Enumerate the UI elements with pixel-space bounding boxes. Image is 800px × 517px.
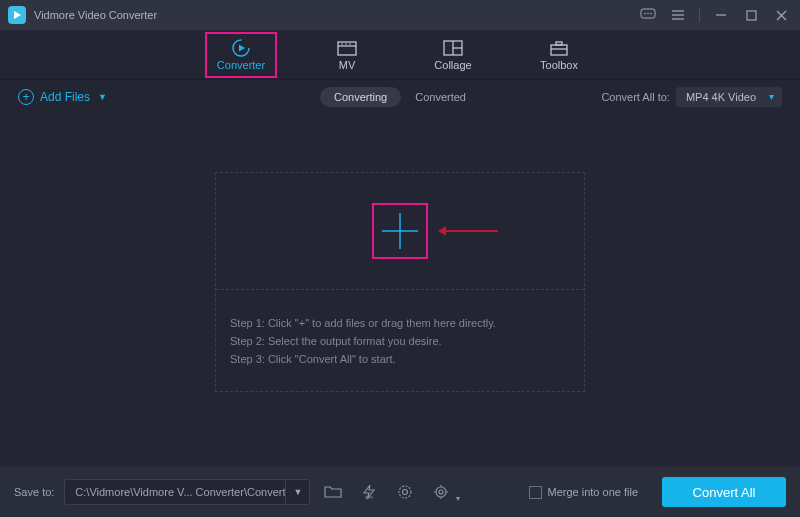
merge-label: Merge into one file — [548, 486, 639, 498]
svg-point-4 — [650, 13, 652, 15]
tab-label: Collage — [434, 59, 471, 71]
footer-bar: Save to: C:\Vidmore\Vidmore V... Convert… — [0, 467, 800, 517]
title-bar: Vidmore Video Converter — [0, 0, 800, 30]
tab-label: Toolbox — [540, 59, 578, 71]
svg-point-32 — [439, 490, 443, 494]
collage-icon — [442, 38, 464, 58]
tab-toolbox[interactable]: Toolbox — [529, 38, 589, 71]
drop-zone[interactable]: Step 1: Click "+" to add files or drag t… — [215, 172, 585, 392]
open-folder-icon[interactable] — [320, 479, 346, 505]
close-icon[interactable] — [770, 4, 792, 26]
svg-point-3 — [647, 13, 649, 15]
merge-checkbox[interactable]: Merge into one file — [529, 486, 639, 499]
segment-converting[interactable]: Converting — [320, 87, 401, 107]
tab-label: Converter — [217, 59, 265, 71]
annotation-box — [372, 203, 428, 259]
step-text: Step 2: Select the output format you des… — [230, 335, 570, 347]
chevron-down-icon[interactable]: ▼ — [285, 480, 309, 504]
high-speed-icon[interactable] — [392, 479, 418, 505]
tab-label: MV — [339, 59, 356, 71]
checkbox-icon — [529, 486, 542, 499]
svg-point-30 — [403, 490, 408, 495]
svg-point-31 — [436, 487, 446, 497]
tab-converter[interactable]: Converter — [211, 38, 271, 71]
converter-icon — [230, 38, 252, 58]
chevron-down-icon: ▼ — [98, 92, 107, 102]
sub-toolbar: + Add Files ▼ Converting Converted Conve… — [0, 80, 800, 114]
drop-zone-top[interactable] — [216, 173, 584, 290]
save-path-box[interactable]: C:\Vidmore\Vidmore V... Converter\Conver… — [64, 479, 310, 505]
divider — [699, 8, 700, 22]
tab-collage[interactable]: Collage — [423, 38, 483, 71]
save-to-label: Save to: — [14, 486, 54, 498]
svg-rect-23 — [556, 42, 562, 45]
svg-marker-13 — [239, 45, 245, 52]
main-area: Step 1: Click "+" to add files or drag t… — [0, 114, 800, 467]
segment-converted[interactable]: Converted — [401, 87, 480, 107]
mv-icon — [336, 38, 358, 58]
svg-point-17 — [345, 43, 347, 45]
annotation-arrow — [438, 226, 498, 236]
main-tabs: Converter MV Collage Toolbox — [0, 30, 800, 80]
feedback-icon[interactable] — [637, 4, 659, 26]
add-files-label: Add Files — [40, 90, 90, 104]
output-format-dropdown[interactable]: MP4 4K Video — [676, 87, 782, 107]
instructions-panel: Step 1: Click "+" to add files or drag t… — [216, 290, 584, 391]
step-text: Step 1: Click "+" to add files or drag t… — [230, 317, 570, 329]
save-path-value: C:\Vidmore\Vidmore V... Converter\Conver… — [65, 486, 285, 498]
svg-point-2 — [644, 13, 646, 15]
step-text: Step 3: Click "Convert All" to start. — [230, 353, 570, 365]
svg-point-16 — [341, 43, 343, 45]
svg-rect-22 — [551, 45, 567, 55]
svg-marker-0 — [14, 11, 21, 19]
status-segmented: Converting Converted — [320, 87, 480, 107]
maximize-icon[interactable] — [740, 4, 762, 26]
svg-point-29 — [399, 486, 411, 498]
minimize-icon[interactable] — [710, 4, 732, 26]
plus-circle-icon: + — [18, 89, 34, 105]
convert-all-to-label: Convert All to: — [601, 91, 669, 103]
svg-rect-14 — [338, 42, 356, 55]
tab-mv[interactable]: MV — [317, 38, 377, 71]
convert-all-label: Convert All — [693, 485, 756, 500]
add-files-button[interactable]: + Add Files ▼ — [18, 89, 107, 105]
convert-all-button[interactable]: Convert All — [662, 477, 786, 507]
svg-rect-9 — [747, 11, 756, 20]
toolbox-icon — [548, 38, 570, 58]
app-title: Vidmore Video Converter — [34, 9, 157, 21]
svg-point-18 — [349, 43, 351, 45]
output-format-value: MP4 4K Video — [686, 91, 756, 103]
settings-icon[interactable]: ▾ — [428, 479, 454, 505]
gpu-accel-icon[interactable]: OFF — [356, 479, 382, 505]
app-logo-icon — [8, 6, 26, 24]
menu-icon[interactable] — [667, 4, 689, 26]
svg-text:OFF: OFF — [365, 495, 374, 500]
